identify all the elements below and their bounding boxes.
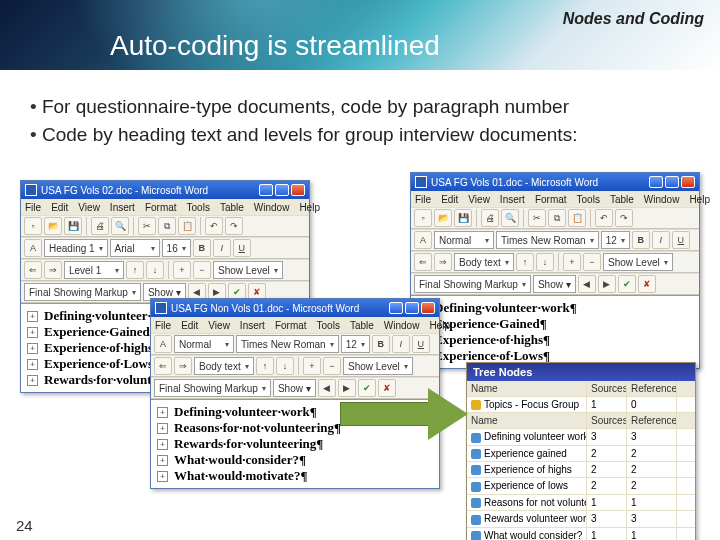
expand-icon[interactable]: + bbox=[303, 357, 321, 375]
outline-plus-icon[interactable]: + bbox=[157, 407, 168, 418]
col-name[interactable]: Name bbox=[467, 381, 587, 396]
menu-help[interactable]: Help bbox=[689, 194, 710, 205]
style-select[interactable]: Heading 1▾ bbox=[44, 239, 108, 257]
menu-format[interactable]: Format bbox=[535, 194, 567, 205]
maximize-button[interactable] bbox=[665, 176, 679, 188]
prev-change-icon[interactable]: ◀ bbox=[578, 275, 596, 293]
outline-level[interactable]: Body text▾ bbox=[194, 357, 254, 375]
size-select[interactable]: 12▾ bbox=[341, 335, 370, 353]
menu-insert[interactable]: Insert bbox=[110, 202, 135, 213]
menu-edit[interactable]: Edit bbox=[441, 194, 458, 205]
menu-table[interactable]: Table bbox=[610, 194, 634, 205]
menu-format[interactable]: Format bbox=[145, 202, 177, 213]
promote-icon[interactable]: ⇐ bbox=[154, 357, 172, 375]
close-button[interactable] bbox=[681, 176, 695, 188]
outline-level[interactable]: Body text▾ bbox=[454, 253, 514, 271]
next-change-icon[interactable]: ▶ bbox=[598, 275, 616, 293]
titlebar[interactable]: USA FG Vols 02.doc - Microsoft Word bbox=[21, 181, 309, 199]
menu-insert[interactable]: Insert bbox=[500, 194, 525, 205]
menu-window[interactable]: Window bbox=[254, 202, 290, 213]
tree-row[interactable]: What would consider?11 bbox=[467, 528, 695, 540]
italic-icon[interactable]: I bbox=[652, 231, 670, 249]
undo-icon[interactable]: ↶ bbox=[595, 209, 613, 227]
movedown-icon[interactable]: ↓ bbox=[276, 357, 294, 375]
expand-icon[interactable]: + bbox=[173, 261, 191, 279]
menu-edit[interactable]: Edit bbox=[51, 202, 68, 213]
paste-icon[interactable]: 📋 bbox=[568, 209, 586, 227]
bold-icon[interactable]: B bbox=[632, 231, 650, 249]
menu-bar[interactable]: File Edit View Insert Format Tools Table… bbox=[151, 317, 439, 333]
new-icon[interactable]: ▫ bbox=[24, 217, 42, 235]
markup-select[interactable]: Final Showing Markup▾ bbox=[414, 275, 531, 293]
outline-plus-icon[interactable]: + bbox=[157, 455, 168, 466]
underline-icon[interactable]: U bbox=[412, 335, 430, 353]
word-window-2[interactable]: USA FG Vols 01.doc - Microsoft Word File… bbox=[410, 172, 700, 369]
underline-icon[interactable]: U bbox=[672, 231, 690, 249]
tree-row[interactable]: Rewards volunteer work33 bbox=[467, 511, 695, 527]
redo-icon[interactable]: ↷ bbox=[225, 217, 243, 235]
promote-icon[interactable]: ⇐ bbox=[24, 261, 42, 279]
preview-icon[interactable]: 🔍 bbox=[501, 209, 519, 227]
underline-icon[interactable]: U bbox=[233, 239, 251, 257]
copy-icon[interactable]: ⧉ bbox=[158, 217, 176, 235]
menu-file[interactable]: File bbox=[415, 194, 431, 205]
toolbar-outline[interactable]: ⇐ ⇒ Body text▾ ↑ ↓ + − Show Level▾ bbox=[151, 355, 439, 377]
tree-row[interactable]: Experience of highs22 bbox=[467, 462, 695, 478]
italic-icon[interactable]: I bbox=[392, 335, 410, 353]
menu-tools[interactable]: Tools bbox=[187, 202, 210, 213]
outline-plus-icon[interactable]: + bbox=[27, 343, 38, 354]
print-icon[interactable]: 🖨 bbox=[481, 209, 499, 227]
bold-icon[interactable]: B bbox=[193, 239, 211, 257]
menu-file[interactable]: File bbox=[25, 202, 41, 213]
collapse-icon[interactable]: − bbox=[583, 253, 601, 271]
demote-icon[interactable]: ⇒ bbox=[174, 357, 192, 375]
outline-plus-icon[interactable]: + bbox=[27, 359, 38, 370]
collapse-icon[interactable]: − bbox=[193, 261, 211, 279]
outline-plus-icon[interactable]: + bbox=[27, 327, 38, 338]
menu-window[interactable]: Window bbox=[384, 320, 420, 331]
menu-bar[interactable]: File Edit View Insert Format Tools Table… bbox=[21, 199, 309, 215]
size-select[interactable]: 16▾ bbox=[162, 239, 191, 257]
demote-icon[interactable]: ⇒ bbox=[434, 253, 452, 271]
menu-format[interactable]: Format bbox=[275, 320, 307, 331]
menu-view[interactable]: View bbox=[468, 194, 490, 205]
col-refs[interactable]: References bbox=[627, 381, 677, 396]
toolbar-standard[interactable]: ▫ 📂 💾 🖨 🔍 ✂ ⧉ 📋 ↶ ↷ bbox=[21, 215, 309, 237]
menu-tools[interactable]: Tools bbox=[317, 320, 340, 331]
toolbar-formatting[interactable]: A Normal▾ Times New Roman▾ 12▾ B I U bbox=[151, 333, 439, 355]
outline-plus-icon[interactable]: + bbox=[27, 375, 38, 386]
collapse-icon[interactable]: − bbox=[323, 357, 341, 375]
open-icon[interactable]: 📂 bbox=[44, 217, 62, 235]
toolbar-outline[interactable]: ⇐ ⇒ Level 1▾ ↑ ↓ + − Show Level▾ bbox=[21, 259, 309, 281]
print-icon[interactable]: 🖨 bbox=[91, 217, 109, 235]
panel-header[interactable]: Tree Nodes bbox=[467, 363, 695, 381]
font-select[interactable]: Times New Roman▾ bbox=[496, 231, 599, 249]
show-select[interactable]: Show ▾ bbox=[533, 275, 576, 293]
col-sources[interactable]: Sources bbox=[587, 381, 627, 396]
tree-row[interactable]: Experience gained22 bbox=[467, 446, 695, 462]
tree-row[interactable]: Experience of lows22 bbox=[467, 478, 695, 494]
movedown-icon[interactable]: ↓ bbox=[536, 253, 554, 271]
maximize-button[interactable] bbox=[405, 302, 419, 314]
paste-icon[interactable]: 📋 bbox=[178, 217, 196, 235]
menu-view[interactable]: View bbox=[208, 320, 230, 331]
menu-bar[interactable]: File Edit View Insert Format Tools Table… bbox=[411, 191, 699, 207]
cut-icon[interactable]: ✂ bbox=[138, 217, 156, 235]
accept-icon[interactable]: ✔ bbox=[618, 275, 636, 293]
menu-help[interactable]: Help bbox=[299, 202, 320, 213]
showlevel-select[interactable]: Show Level▾ bbox=[603, 253, 673, 271]
menu-tools[interactable]: Tools bbox=[577, 194, 600, 205]
minimize-button[interactable] bbox=[389, 302, 403, 314]
prev-change-icon[interactable]: ◀ bbox=[318, 379, 336, 397]
tree-row[interactable]: Defining volunteer work33 bbox=[467, 429, 695, 445]
document-body[interactable]: +Defining·volunteer·work¶ +Experience·Ga… bbox=[411, 295, 699, 368]
menu-view[interactable]: View bbox=[78, 202, 100, 213]
tree-nodes-panel[interactable]: Tree Nodes Name Sources References Topic… bbox=[466, 362, 696, 540]
font-select[interactable]: Times New Roman▾ bbox=[236, 335, 339, 353]
showlevel-select[interactable]: Show Level▾ bbox=[343, 357, 413, 375]
italic-icon[interactable]: I bbox=[213, 239, 231, 257]
titlebar[interactable]: USA FG Non Vols 01.doc - Microsoft Word bbox=[151, 299, 439, 317]
new-icon[interactable]: ▫ bbox=[414, 209, 432, 227]
toolbar-formatting[interactable]: A Heading 1▾ Arial▾ 16▾ B I U bbox=[21, 237, 309, 259]
style-select[interactable]: Normal▾ bbox=[434, 231, 494, 249]
